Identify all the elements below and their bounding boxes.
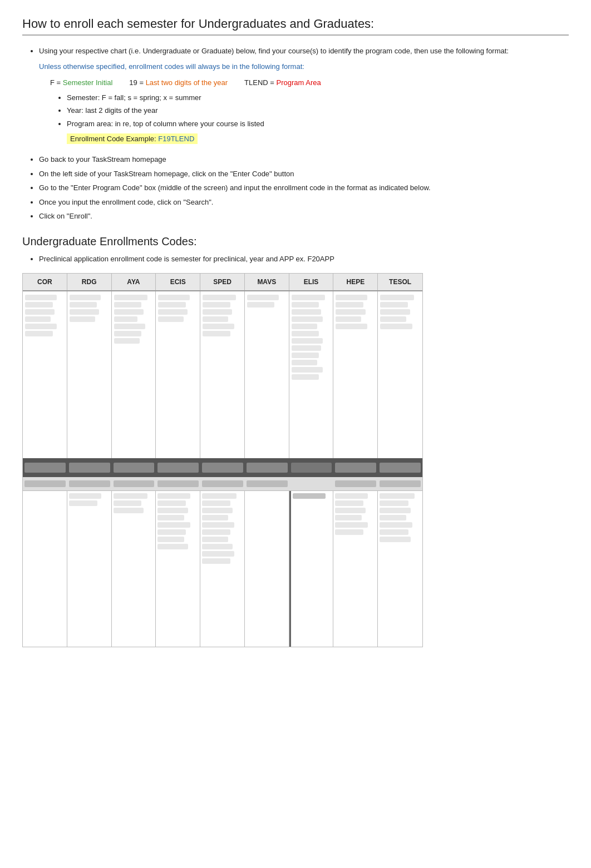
- header-elis: ELIS: [289, 274, 334, 290]
- cell: [114, 331, 142, 336]
- cell: [336, 295, 367, 300]
- cell: [380, 309, 410, 315]
- cell: [157, 537, 184, 542]
- grad-subheader-row: [23, 477, 422, 490]
- steps-list: Go back to your TaskStream homepage On t…: [39, 154, 569, 222]
- col-hepe: [333, 291, 378, 458]
- cell: [292, 302, 319, 307]
- cell: [70, 316, 95, 322]
- step-1: Go back to your TaskStream homepage: [39, 154, 569, 165]
- cell: [202, 529, 230, 535]
- grad-subheader-cell-empty: [291, 480, 332, 487]
- format-note: Unless otherwise specified, enrollment c…: [39, 62, 569, 71]
- format-19: 19 = Last two digits of the year: [129, 78, 228, 87]
- example-code: F19TLEND: [158, 135, 194, 143]
- cell: [292, 345, 321, 351]
- cell: [247, 295, 279, 300]
- cell: [293, 493, 326, 499]
- cell: [157, 493, 190, 499]
- grad-subheader-cell: [380, 480, 421, 487]
- cell: [336, 302, 363, 307]
- cell: [114, 324, 146, 329]
- cell: [202, 551, 234, 557]
- table-body-grad: [23, 490, 422, 647]
- grad-col-ecis: [156, 491, 200, 647]
- cell: [158, 316, 184, 322]
- grad-col-rdg: [67, 491, 112, 647]
- cell: [292, 309, 321, 315]
- grad-header-cell: [291, 463, 332, 473]
- header-mavs: MAVS: [245, 274, 289, 290]
- cell: [157, 529, 186, 535]
- step-5: Click on "Enroll".: [39, 211, 569, 222]
- grad-col-sped: [200, 491, 245, 647]
- cell: [335, 522, 367, 528]
- cell: [292, 324, 317, 329]
- page-title: How to enroll each semester for Undergra…: [22, 17, 569, 36]
- grad-col-tesol: [378, 491, 422, 647]
- header-ecis: ECIS: [156, 274, 200, 290]
- col-tesol: [378, 291, 422, 458]
- cell: [25, 309, 55, 315]
- cell: [380, 316, 406, 322]
- cell: [202, 508, 233, 513]
- cell: [70, 309, 99, 315]
- step-3: Go to the "Enter Program Code" box (midd…: [39, 182, 569, 194]
- cell: [335, 529, 363, 535]
- grad-subheader-cell: [114, 480, 155, 487]
- cell: [380, 515, 406, 520]
- cell: [202, 537, 228, 542]
- cell: [202, 558, 230, 564]
- format-tlend: TLEND = Program Area: [244, 78, 321, 87]
- grad-header-cell: [69, 463, 110, 473]
- example-highlight: Enrollment Code Example: F19TLEND: [67, 133, 198, 144]
- col-cor: [23, 291, 67, 458]
- program-area-label: Program Area: [277, 78, 321, 87]
- cell: [202, 522, 234, 528]
- grad-subheader-cell: [202, 480, 243, 487]
- cell: [25, 316, 51, 322]
- grad-header-cell: [157, 463, 199, 473]
- cell: [69, 493, 101, 499]
- cell: [380, 522, 412, 528]
- cell: [247, 302, 275, 307]
- cell: [203, 324, 234, 329]
- intro-list: Using your respective chart (i.e. Underg…: [39, 46, 569, 57]
- header-hepe: HEPE: [333, 274, 378, 290]
- col-rdg: [67, 291, 112, 458]
- header-aya: AYA: [112, 274, 156, 290]
- col-elis: [289, 291, 334, 458]
- cell: [292, 374, 319, 380]
- cell: [335, 515, 361, 520]
- grad-header-row: [23, 458, 422, 477]
- cell: [158, 295, 190, 300]
- sub-item-3: Program area: in re, top of column where…: [67, 118, 569, 130]
- cell: [114, 316, 137, 322]
- table-body-ug: [23, 291, 422, 458]
- enrollment-example: Enrollment Code Example: F19TLEND: [67, 135, 569, 143]
- cell: [292, 353, 319, 358]
- format-line: F = Semester Initial 19 = Last two digit…: [50, 78, 569, 87]
- format-f: F = Semester Initial: [50, 78, 112, 87]
- grad-col-hepe: [333, 491, 378, 647]
- grad-col-cor: [23, 491, 67, 647]
- cell: [335, 508, 366, 513]
- cell: [157, 515, 184, 520]
- cell: [158, 302, 186, 307]
- header-cor: COR: [23, 274, 67, 290]
- cell: [114, 338, 140, 344]
- cell: [25, 302, 53, 307]
- cell: [292, 367, 323, 373]
- cell: [203, 295, 236, 300]
- grad-header-cell: [202, 463, 243, 473]
- cell: [70, 302, 97, 307]
- cell: [380, 508, 410, 513]
- cell: [157, 500, 186, 506]
- header-tesol: TESOL: [378, 274, 422, 290]
- cell: [380, 493, 415, 499]
- cell: [157, 544, 188, 549]
- cell: [158, 309, 188, 315]
- cell: [202, 515, 228, 520]
- sub-item-2: Year: last 2 digits of the year: [67, 105, 569, 116]
- cell: [380, 500, 408, 506]
